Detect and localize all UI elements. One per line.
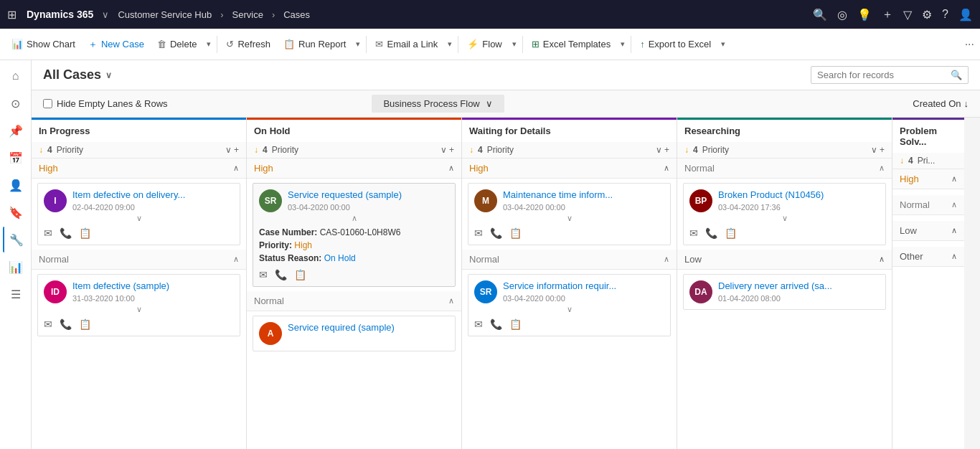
question-icon[interactable]: ? bbox=[942, 8, 948, 21]
export-excel-button[interactable]: ↑ Export to Excel bbox=[634, 36, 717, 52]
sidebar-reports[interactable]: 📊 bbox=[3, 254, 29, 280]
phone-action-icon[interactable]: 📞 bbox=[490, 318, 502, 330]
phone-action-icon[interactable]: 📞 bbox=[275, 269, 287, 280]
flow-button[interactable]: ⚡ Flow bbox=[461, 36, 507, 52]
help-icon[interactable]: 💡 bbox=[857, 8, 872, 22]
sidebar-list[interactable]: ☰ bbox=[3, 281, 29, 307]
view-dropdown[interactable]: ∨ bbox=[105, 70, 112, 80]
show-chart-button[interactable]: 📊 Show Chart bbox=[6, 36, 81, 52]
nav-app[interactable]: Customer Service Hub bbox=[118, 9, 212, 20]
card-collapse[interactable]: ∧ bbox=[259, 212, 449, 225]
col-actions-in-progress[interactable]: ∨ + bbox=[225, 145, 239, 155]
card-expand[interactable]: ∨ bbox=[44, 303, 234, 316]
priority-header-low-researching[interactable]: Low ∧ bbox=[677, 250, 892, 270]
assistant-icon[interactable]: ◎ bbox=[837, 8, 847, 22]
priority-header-high-waiting[interactable]: High ∧ bbox=[462, 159, 677, 179]
priority-header-normal-in-progress[interactable]: Normal ∧ bbox=[32, 250, 246, 270]
priority-header-normal-waiting[interactable]: Normal ∧ bbox=[462, 250, 677, 270]
delete-button[interactable]: 🗑 Delete bbox=[151, 36, 203, 52]
email-dropdown[interactable]: ▾ bbox=[445, 37, 455, 52]
email-action-icon[interactable]: ✉ bbox=[689, 227, 698, 239]
toggle-normal-ps: ∧ bbox=[951, 200, 957, 209]
priority-header-high-in-progress[interactable]: High ∧ bbox=[32, 159, 246, 179]
card-info: Broken Product (N10456) 03-04-2020 17:36 bbox=[718, 189, 824, 212]
priority-label-normal: Normal bbox=[900, 199, 930, 210]
priority-header-normal-on-hold[interactable]: Normal ∧ bbox=[247, 291, 461, 311]
priority-header-high-on-hold[interactable]: High ∧ bbox=[247, 159, 461, 179]
card-info: Item defective (sample) 31-03-2020 10:00 bbox=[72, 280, 169, 303]
more-options-button[interactable]: ··· bbox=[965, 38, 974, 51]
profile-icon[interactable]: 👤 bbox=[958, 8, 973, 22]
task-action-icon[interactable]: 📋 bbox=[294, 269, 306, 280]
task-action-icon[interactable]: 📋 bbox=[79, 227, 91, 239]
email-action-icon[interactable]: ✉ bbox=[44, 227, 52, 239]
priority-header-normal-researching[interactable]: Normal ∧ bbox=[677, 159, 892, 179]
card-item-defective-delivery[interactable]: I Item defective on delivery... 02-04-20… bbox=[37, 183, 240, 245]
card-item-defective-sample[interactable]: ID Item defective (sample) 31-03-2020 10… bbox=[37, 274, 240, 336]
apps-icon[interactable]: ⊞ bbox=[7, 8, 17, 22]
filter-icon[interactable]: ▽ bbox=[903, 8, 912, 22]
card-service-requested[interactable]: SR Service requested (sample) 03-04-2020… bbox=[253, 183, 456, 287]
sidebar-recent[interactable]: ⊙ bbox=[3, 90, 29, 116]
sidebar-activities[interactable]: 📅 bbox=[3, 145, 29, 171]
excel-templates-button[interactable]: ⊞ Excel Templates bbox=[526, 36, 616, 52]
phone-action-icon[interactable]: 📞 bbox=[60, 318, 72, 330]
card-expand[interactable]: ∨ bbox=[689, 212, 880, 225]
card-expand[interactable]: ∨ bbox=[44, 212, 234, 225]
card-service-info[interactable]: SR Service information requir... 03-04-2… bbox=[468, 274, 671, 336]
priority-header-other-ps[interactable]: Other ∧ bbox=[892, 247, 964, 267]
new-case-button[interactable]: ＋ New Case bbox=[83, 35, 150, 54]
email-action-icon[interactable]: ✉ bbox=[474, 227, 483, 239]
card-broken-product[interactable]: BP Broken Product (N10456) 03-04-2020 17… bbox=[683, 183, 886, 245]
search-box[interactable]: 🔍 bbox=[811, 66, 969, 84]
card-delivery-never[interactable]: DA Delivery never arrived (sa... 01-04-2… bbox=[683, 274, 886, 310]
search-input[interactable] bbox=[817, 70, 951, 80]
sidebar-cases[interactable]: 🔧 bbox=[3, 227, 29, 252]
created-on-sort[interactable]: Created On ↓ bbox=[913, 98, 969, 109]
phone-action-icon[interactable]: 📞 bbox=[490, 227, 502, 239]
settings-icon[interactable]: ⚙ bbox=[922, 8, 932, 22]
bpf-selector[interactable]: Business Process Flow ∨ bbox=[372, 95, 504, 113]
sidebar-bookmarks[interactable]: 🔖 bbox=[3, 199, 29, 225]
priority-header-high-ps[interactable]: High ∧ bbox=[892, 169, 964, 189]
nav-level1[interactable]: Service bbox=[232, 9, 263, 20]
refresh-button[interactable]: ↺ Refresh bbox=[220, 36, 276, 52]
card-header: M Maintenance time inform... 03-04-2020 … bbox=[474, 189, 664, 212]
col-actions-waiting[interactable]: ∨ + bbox=[656, 145, 669, 155]
email-action-icon[interactable]: ✉ bbox=[474, 318, 483, 330]
col-sub-problem-solving: ↓ 4 Pri... bbox=[892, 153, 964, 169]
phone-action-icon[interactable]: 📞 bbox=[705, 227, 717, 239]
sidebar-contacts[interactable]: 👤 bbox=[3, 172, 29, 198]
nav-level2[interactable]: Cases bbox=[283, 9, 310, 20]
task-action-icon[interactable]: 📋 bbox=[509, 227, 522, 239]
email-link-button[interactable]: ✉ Email a Link bbox=[369, 36, 443, 52]
delete-dropdown[interactable]: ▾ bbox=[204, 37, 214, 52]
excel-templates-dropdown[interactable]: ▾ bbox=[618, 37, 628, 52]
add-icon[interactable]: ＋ bbox=[882, 7, 893, 22]
col-actions-researching[interactable]: ∨ + bbox=[871, 145, 885, 155]
priority-header-low-ps[interactable]: Low ∧ bbox=[892, 221, 964, 241]
email-action-icon[interactable]: ✉ bbox=[44, 318, 52, 330]
phone-action-icon[interactable]: 📞 bbox=[60, 227, 72, 239]
task-action-icon[interactable]: 📋 bbox=[725, 227, 737, 239]
brand-label[interactable]: Dynamics 365 bbox=[27, 9, 93, 20]
hide-empty-checkbox[interactable] bbox=[43, 99, 52, 108]
card-maintenance[interactable]: M Maintenance time inform... 03-04-2020 … bbox=[468, 183, 671, 245]
search-icon[interactable]: 🔍 bbox=[813, 8, 827, 22]
card-service-required[interactable]: A Service required (sample) bbox=[253, 316, 456, 351]
priority-header-normal-ps[interactable]: Normal ∧ bbox=[892, 195, 964, 215]
email-action-icon[interactable]: ✉ bbox=[259, 269, 268, 280]
task-action-icon[interactable]: 📋 bbox=[79, 318, 91, 330]
separator-1 bbox=[217, 36, 217, 53]
run-report-button[interactable]: 📋 Run Report bbox=[278, 36, 352, 52]
sidebar-home[interactable]: ⌂ bbox=[3, 63, 29, 89]
flow-dropdown[interactable]: ▾ bbox=[509, 37, 519, 52]
card-expand[interactable]: ∨ bbox=[474, 303, 664, 316]
sidebar-pinned[interactable]: 📌 bbox=[3, 118, 29, 143]
export-dropdown[interactable]: ▾ bbox=[718, 37, 728, 52]
card-expand[interactable]: ∨ bbox=[474, 212, 664, 225]
task-action-icon[interactable]: 📋 bbox=[509, 318, 522, 330]
report-dropdown[interactable]: ▾ bbox=[353, 37, 363, 52]
col-actions-on-hold[interactable]: ∨ + bbox=[440, 145, 454, 155]
col-title-researching: Researching bbox=[684, 126, 740, 136]
